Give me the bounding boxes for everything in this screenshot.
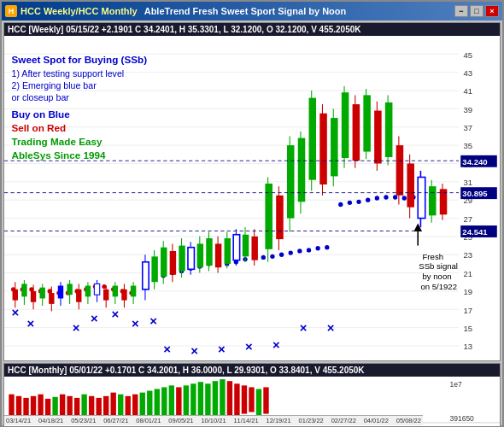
svg-rect-148 [342,92,349,158]
svg-rect-229 [169,385,174,418]
svg-text:34.240: 34.240 [462,157,487,167]
date-label: 04/18/21 [38,417,63,424]
svg-rect-215 [67,396,72,418]
svg-rect-237 [227,381,232,416]
date-label: 03/14/21 [6,417,31,424]
app-window: H HCC Weekly/HCC Monthly AbleTrend Fresh… [0,0,504,427]
svg-rect-239 [242,385,247,413]
svg-point-52 [338,202,343,207]
svg-rect-96 [85,286,91,297]
svg-point-49 [307,248,311,252]
minimize-button[interactable]: − [454,5,468,17]
svg-text:×: × [27,316,35,330]
svg-text:×: × [300,320,308,335]
svg-point-55 [366,198,370,202]
svg-text:43: 43 [463,68,472,78]
svg-point-44 [261,255,266,260]
svg-text:Fresh: Fresh [423,252,443,261]
svg-rect-235 [213,381,218,419]
svg-rect-144 [319,114,327,184]
svg-text:by noon: by noon [423,272,452,281]
svg-rect-120 [197,243,203,267]
svg-rect-126 [225,238,231,264]
svg-rect-164 [429,186,437,215]
svg-rect-86 [40,288,45,299]
svg-text:35: 35 [463,141,472,150]
svg-text:27: 27 [463,214,472,224]
close-button[interactable]: × [485,5,499,17]
date-label: 10/10/21 [201,417,226,424]
svg-text:24.541: 24.541 [462,227,488,237]
svg-rect-234 [205,383,210,417]
svg-text:391650: 391650 [449,414,474,423]
title-bar: H HCC Weekly/HCC Monthly AbleTrend Fresh… [2,2,502,20]
svg-text:Buy on Blue: Buy on Blue [12,108,71,120]
svg-text:15: 15 [463,324,472,333]
svg-point-50 [315,246,319,250]
svg-rect-104 [121,290,126,301]
bottom-chart: 1e7 391650 03/14/21 04/18/21 05/23/21 06… [4,377,500,425]
svg-point-46 [279,253,284,257]
svg-text:45: 45 [463,50,472,60]
svg-point-51 [325,245,329,249]
svg-point-54 [356,200,360,204]
main-chart-area: HCC [Weekly] 05/15/22 +2.1901 C 34.2401,… [3,22,501,361]
svg-text:AbleSys Since 1994: AbleSys Since 1994 [12,149,106,161]
svg-rect-231 [184,385,189,417]
svg-rect-240 [249,387,254,412]
window-title-prefix: HCC Weekly/HCC Monthly [21,6,138,16]
svg-rect-140 [298,138,306,202]
maximize-button[interactable]: □ [470,5,483,17]
svg-text:×: × [273,337,280,352]
svg-rect-134 [265,184,273,249]
svg-text:13: 13 [463,342,472,351]
svg-text:×: × [245,339,253,354]
date-label: 08/01/21 [136,417,161,424]
date-label: 05/23/21 [71,417,96,424]
svg-point-57 [384,195,388,199]
svg-rect-154 [374,111,382,164]
svg-text:37: 37 [463,123,472,132]
svg-rect-230 [176,387,181,418]
svg-rect-158 [396,145,404,196]
svg-rect-221 [111,393,116,418]
date-label: 01/23/22 [299,417,324,424]
window-title: AbleTrend Fresh Sweet Sport Signal by No… [144,6,347,16]
svg-rect-222 [118,395,123,418]
svg-rect-90 [58,286,63,299]
title-bar-buttons: − □ × [454,5,499,17]
svg-rect-223 [126,396,131,418]
svg-rect-238 [234,383,239,415]
svg-point-59 [402,196,407,200]
svg-rect-241 [256,389,261,416]
svg-text:×: × [91,311,98,325]
app-icon: H [5,5,17,17]
date-label: 09/05/21 [168,417,193,424]
svg-rect-88 [49,293,54,304]
svg-rect-132 [251,237,257,260]
svg-text:×: × [149,313,157,328]
svg-rect-84 [31,291,36,302]
svg-text:×: × [132,316,139,330]
svg-point-53 [348,201,352,205]
date-axis: 03/14/21 04/18/21 05/23/21 06/27/21 08/0… [4,415,423,425]
svg-rect-124 [215,243,221,267]
svg-rect-236 [220,379,225,419]
date-label: 05/08/22 [396,417,421,424]
svg-text:2) Emerging blue bar: 2) Emerging blue bar [12,80,97,91]
svg-rect-152 [363,95,371,151]
svg-rect-156 [385,102,393,157]
main-content: HCC [Weekly] 05/15/22 +2.1901 C 34.2401,… [2,20,502,427]
svg-rect-80 [13,290,18,301]
svg-rect-217 [81,395,86,418]
main-chart-label: HCC [Weekly] 05/15/22 +2.1901 C 34.2401,… [4,23,500,36]
svg-point-45 [270,254,274,259]
title-bar-left: H HCC Weekly/HCC Monthly AbleTrend Fresh… [5,5,346,17]
svg-text:1e7: 1e7 [449,381,462,389]
svg-text:×: × [190,343,198,358]
svg-rect-146 [331,118,338,176]
svg-text:on 5/1922: on 5/1922 [420,282,457,291]
date-label: 04/01/22 [364,417,389,424]
svg-rect-138 [287,145,295,218]
svg-text:31: 31 [463,178,472,187]
